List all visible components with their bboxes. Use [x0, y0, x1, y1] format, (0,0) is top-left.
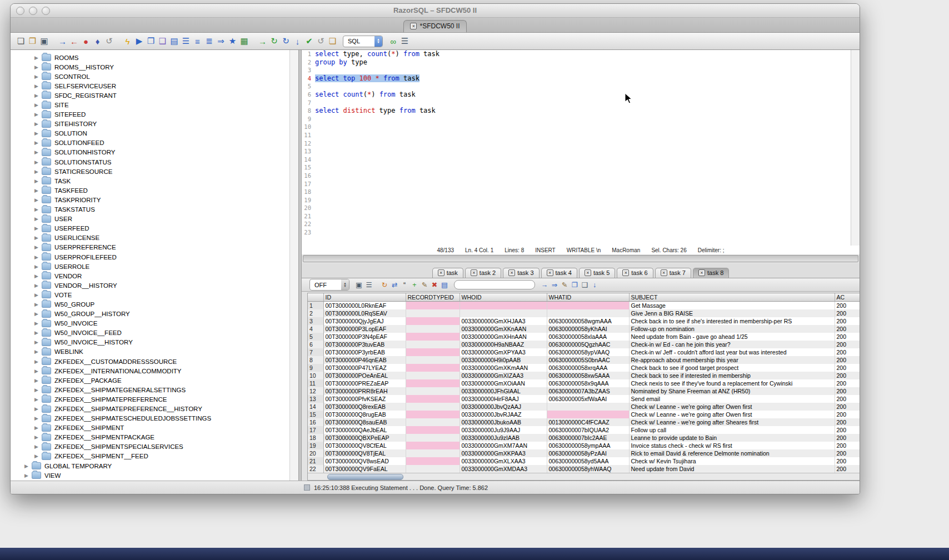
undo-icon[interactable]: ↺	[315, 36, 327, 46]
tree-item-userfeed[interactable]: ▶USERFEED	[11, 224, 298, 233]
window-titlebar[interactable]: RazorSQL – SFDCW50 II	[11, 4, 860, 18]
grid-cell-who[interactable]: 0033000000JFhGlAAL	[459, 387, 547, 395]
close-result-tab-icon[interactable]: ×	[585, 269, 591, 276]
tree-item-taskfeed[interactable]: ▶TASKFEED	[11, 186, 298, 195]
grid-cell-what[interactable]: 006300000058ympAAA	[547, 442, 629, 449]
grid-cell-who[interactable]: 0033000000GmXM7AAN	[459, 442, 547, 449]
editor-line[interactable]: 12	[302, 139, 860, 148]
disclosure-triangle-icon[interactable]: ▶	[34, 64, 42, 70]
grid-cell-who[interactable]: 0033000000HirF8AAJ	[459, 395, 547, 403]
result-tab-task-3[interactable]: ×task 3	[503, 268, 539, 278]
grid-cell-ac[interactable]: 200	[835, 387, 860, 395]
result-tab-task-4[interactable]: ×task 4	[541, 268, 577, 278]
grid-cell-id[interactable]: 00T3000000L0RknEAF	[323, 302, 406, 310]
disclosure-triangle-icon[interactable]: ▶	[34, 197, 42, 203]
grid-cell-who[interactable]: 0033000000GmXHJAA3	[459, 317, 547, 325]
edit-cell-icon[interactable]: ✎	[560, 281, 570, 289]
editor-line[interactable]: 20	[302, 204, 860, 212]
tree-item-staticresource[interactable]: ▶STATICRESOURCE	[11, 167, 298, 176]
grid-cell-id[interactable]: 00T3000000QV8CfEAL	[323, 442, 406, 449]
row-number-cell[interactable]: 17	[308, 426, 323, 434]
grid-cell-who[interactable]: 0033000000Ju9J9AAJ	[459, 426, 547, 434]
grid-cell-id[interactable]: 00T3000000QAeJbEAL	[323, 426, 406, 434]
view-results-icon[interactable]: ❐	[145, 36, 157, 46]
row-number-cell[interactable]: 4	[308, 325, 323, 333]
disconnect-icon[interactable]: ←	[68, 37, 80, 46]
grid-cell-rt[interactable]	[406, 426, 459, 434]
tree-item-solutionstatus[interactable]: ▶SOLUTIONSTATUS	[11, 157, 298, 167]
editor-line[interactable]: 22	[302, 220, 860, 228]
grid-cell-subj[interactable]: Send email	[629, 395, 835, 403]
editor-line[interactable]: 21	[302, 212, 860, 221]
row-number-cell[interactable]: 8	[308, 356, 323, 364]
tree-item-task[interactable]: ▶TASK	[11, 176, 298, 186]
tree-item-selfserviceuser[interactable]: ▶SELFSERVICEUSER	[11, 81, 298, 91]
tree-item-vote[interactable]: ▶VOTE	[11, 290, 298, 299]
tree-item-w50-invoice-feed[interactable]: ▶W50_INVOICE__FEED	[11, 328, 298, 338]
disclosure-triangle-icon[interactable]: ▶	[34, 207, 42, 212]
stop-icon[interactable]: ●	[80, 37, 92, 46]
grid-cell-id[interactable]: 00T3000000PREZaEAP	[323, 379, 406, 387]
quote-icon[interactable]: “	[399, 281, 409, 289]
grid-row[interactable]: 1000T3000000POeAnEAL0033000000GmXIZAA300…	[308, 372, 860, 379]
tree-item-w50-group[interactable]: ▶W50_GROUP	[11, 299, 298, 309]
tree-item-weblink[interactable]: ▶WEBLINK	[11, 347, 298, 357]
grid-row[interactable]: 900T3000000P47LYEAZ0033000000GmXKmAAN006…	[308, 364, 860, 372]
run-selection-icon[interactable]: →	[257, 37, 268, 46]
format-sql-icon[interactable]: ≡	[192, 37, 203, 46]
disclosure-triangle-icon[interactable]: ▶	[34, 406, 42, 412]
grid-row[interactable]: 1400T3000000Q8rexEAB0033000000JbvQzAAJCh…	[308, 403, 860, 411]
grid-cell-id[interactable]: 00T3000000QV8wsEAD	[323, 457, 406, 465]
grid-cell-subj[interactable]: Check w/ Kevin Tsujihara	[629, 457, 835, 465]
disclosure-triangle-icon[interactable]: ▶	[34, 93, 42, 98]
grid-cell-subj[interactable]: Check w/ Leanne - we're going after Shea…	[629, 418, 835, 426]
disclosure-triangle-icon[interactable]: ▶	[34, 368, 42, 374]
editor-line[interactable]: 8select distinct type from task	[302, 107, 860, 115]
disclosure-triangle-icon[interactable]: ▶	[34, 273, 42, 279]
new-file-icon[interactable]: ❏	[15, 36, 27, 46]
grid-row[interactable]: 1700T3000000QAeJbEAL0033000000Ju9J9AAJ00…	[308, 426, 860, 434]
disclosure-triangle-icon[interactable]: ▶	[34, 359, 42, 364]
close-result-tab-icon[interactable]: ×	[622, 269, 629, 276]
grid-cell-ac[interactable]: 200	[835, 418, 860, 426]
grid-row[interactable]: 1200T3000000PRR8rEAH0033000000JFhGlAAL00…	[308, 387, 860, 395]
grid-cell-ac[interactable]: 200	[835, 364, 860, 372]
tree-item-zkfedex-internationalcommodity[interactable]: ▶ZKFEDEX__INTERNATIONALCOMMODITY	[11, 366, 298, 376]
disclosure-triangle-icon[interactable]: ▶	[34, 235, 42, 241]
column-header-recordtypeid[interactable]: RECORDTYPEID	[406, 293, 459, 302]
grid-cell-subj[interactable]: Check w/ Leanne - we're going after Owen…	[629, 411, 835, 418]
generate-sql-icon[interactable]: ▤	[439, 281, 449, 289]
column-header-ac[interactable]: AC	[835, 293, 860, 302]
disclosure-triangle-icon[interactable]: ▶	[34, 330, 42, 336]
grid-cell-rt[interactable]	[406, 465, 459, 473]
grid-cell-rt[interactable]	[406, 309, 459, 317]
close-window-button[interactable]	[16, 7, 24, 15]
grid-cell-subj[interactable]: Check back to see if good target prospec…	[629, 364, 835, 372]
editor-line[interactable]: 18	[302, 188, 860, 196]
disclosure-triangle-icon[interactable]: ▶	[34, 121, 42, 127]
editor-line[interactable]: 2group by type	[302, 58, 860, 67]
execute-file-icon[interactable]: ▶	[133, 36, 145, 46]
grid-cell-rt[interactable]	[406, 403, 459, 411]
grid-cell-subj[interactable]: Get Massage	[629, 302, 835, 310]
grid-cell-what[interactable]: 00630000007bIQUAA2	[547, 426, 629, 434]
tree-item-w50-invoice-history[interactable]: ▶W50_INVOICE__HISTORY	[11, 338, 298, 347]
grid-cell-who[interactable]: 0033000000GmXPYAA3	[459, 348, 547, 356]
grid-cell-id[interactable]: 00T3000000P3tuvEAB	[323, 341, 406, 348]
tree-item-vendor-history[interactable]: ▶VENDOR__HISTORY	[11, 281, 298, 290]
grid-cell-rt[interactable]	[406, 418, 459, 426]
row-number-cell[interactable]: 21	[308, 457, 323, 465]
result-tab-task-8[interactable]: ×task 8	[693, 268, 729, 278]
list-icon[interactable]: ☰	[399, 36, 411, 46]
grid-cell-rt[interactable]	[406, 379, 459, 387]
tree-item-user[interactable]: ▶USER	[11, 214, 298, 224]
indent-icon[interactable]: ⇒	[215, 36, 227, 46]
grid-row[interactable]: 500T3000000P3N4pEAF0033000000GmXHnAAN006…	[308, 333, 860, 341]
grid-row[interactable]: 1300T3000000PfvKSEAZ0033000000HirF8AAJ00…	[308, 395, 860, 403]
tree-item-userlicense[interactable]: ▶USERLICENSE	[11, 233, 298, 243]
disclosure-triangle-icon[interactable]: ▶	[34, 425, 42, 431]
close-result-tab-icon[interactable]: ×	[547, 269, 553, 276]
disclosure-triangle-icon[interactable]: ▶	[34, 444, 42, 449]
grid-cell-subj[interactable]: Check nexis to see if they've found a re…	[629, 379, 835, 387]
editor-horizontal-scrollbar[interactable]	[303, 255, 858, 262]
